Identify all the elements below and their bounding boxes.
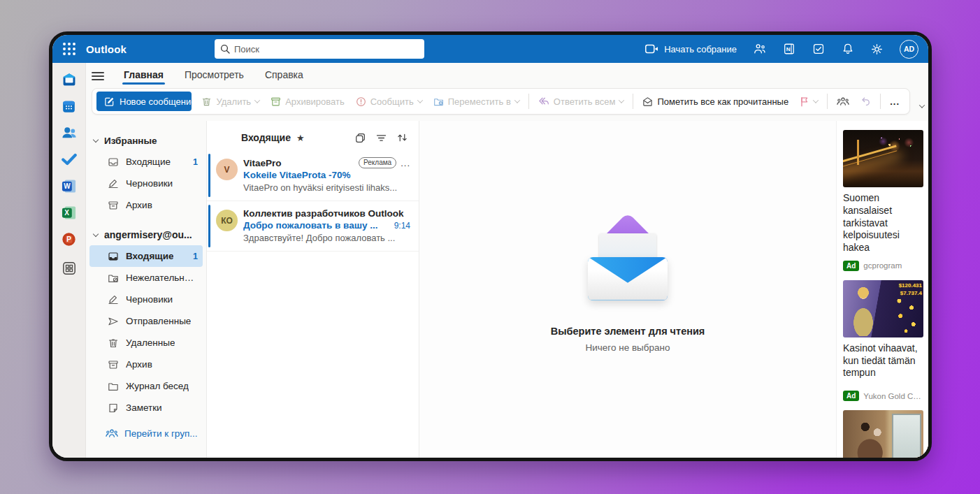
folder-label: Нежелательная... <box>126 273 198 283</box>
toolbar-overflow-button[interactable]: ... <box>884 92 905 111</box>
account-avatar[interactable]: AD <box>900 40 918 59</box>
people-app-icon[interactable] <box>62 125 77 140</box>
sender-avatar: КО <box>216 210 238 231</box>
search-input[interactable] <box>234 44 419 55</box>
message-subject: Kokeile VitaeProta -70% <box>243 170 351 180</box>
favorites-inbox[interactable]: Входящие 1 <box>86 151 206 173</box>
new-message-button[interactable]: Новое сообщение <box>96 92 192 111</box>
powerpoint-app-icon[interactable]: P <box>62 231 77 247</box>
ad-advertiser: gcprogram <box>863 261 902 270</box>
reply-all-button[interactable]: Ответить всем <box>533 92 630 111</box>
report-button[interactable]: Сообщить <box>350 92 428 111</box>
mail-app-icon[interactable] <box>62 72 77 87</box>
ribbon-toolbar: Новое сообщение Удалить <box>92 88 910 115</box>
go-to-groups-link[interactable]: Перейти к груп... <box>86 419 206 439</box>
favorites-archive[interactable]: Архив <box>86 194 206 216</box>
calendar-app-icon[interactable] <box>62 99 77 114</box>
archive-label: Архивировать <box>285 96 345 107</box>
drafts-icon <box>108 294 119 305</box>
ad-title[interactable]: Kasinot vihaavat, kun tiedät tämän tempu… <box>843 342 923 379</box>
message-row-outlook-team[interactable]: КО Коллектив разработчиков Outlook Добро… <box>207 201 419 252</box>
excel-app-icon[interactable]: X <box>62 205 77 220</box>
desktop-background: Outlook Начать собрание <box>0 0 980 494</box>
ad-card-casino[interactable]: $120.431 $7.737.4 Kasinot vihaavat, kun … <box>843 280 923 401</box>
delete-label: Удалить <box>216 96 251 107</box>
message-sender: VitaePro <box>243 158 282 168</box>
unread-indicator <box>208 205 210 247</box>
delete-button[interactable]: Удалить <box>196 92 265 111</box>
tab-home[interactable]: Главная <box>122 68 165 85</box>
move-to-button[interactable]: Переместить в <box>428 92 525 111</box>
report-label: Сообщить <box>370 96 414 107</box>
word-app-icon[interactable]: W <box>62 178 77 194</box>
folder-label: Архив <box>126 200 152 210</box>
meet-now-button[interactable]: Начать собрание <box>645 44 737 55</box>
top-bar: Outlook Начать собрание <box>52 35 928 63</box>
filter-icon[interactable] <box>376 133 387 143</box>
groups-button[interactable] <box>831 92 855 111</box>
message-sender: Коллектив разработчиков Outlook <box>243 208 404 219</box>
onenote-icon[interactable]: N <box>782 43 795 56</box>
ad-advertiser: Yukon Gold Casino <box>863 392 923 400</box>
archive-folder-icon <box>108 359 119 370</box>
account-junk[interactable]: Нежелательная... <box>86 267 206 289</box>
notifications-bell-icon[interactable] <box>841 43 854 56</box>
mail-read-icon <box>642 96 653 107</box>
waffle-icon <box>63 43 75 55</box>
todo-app-icon[interactable] <box>62 152 77 167</box>
folder-pane-toggle[interactable] <box>92 72 104 80</box>
settings-gear-icon[interactable] <box>870 43 884 56</box>
teams-icon[interactable] <box>753 43 766 56</box>
tab-help[interactable]: Справка <box>264 68 305 85</box>
avatar-initials: AD <box>904 45 914 53</box>
account-sent[interactable]: Отправленные <box>86 310 206 332</box>
ribbon-collapse-chevron[interactable] <box>920 99 924 111</box>
account-inbox-selected[interactable]: Входящие 1 <box>89 245 203 267</box>
junk-folder-icon <box>108 273 119 284</box>
todo-icon[interactable] <box>812 43 825 56</box>
message-row-vitaepro[interactable]: V VitaePro Реклама ... Kokeile VitaeProt… <box>207 150 419 201</box>
empty-state-title: Выберите элемент для чтения <box>551 326 705 337</box>
toolbar-divider <box>633 94 633 109</box>
ad-jackpot-text: $120.431 $7.737.4 <box>899 282 922 297</box>
ad-badge-pill: Реклама <box>359 157 396 168</box>
ad-title[interactable]: Suomen kansalaiset tarkistavat kelpoisuu… <box>843 192 923 254</box>
tab-view[interactable]: Просмотреть <box>183 68 245 85</box>
folder-label: Черновики <box>126 294 173 305</box>
ad-image-casino[interactable]: $120.431 $7.737.4 <box>843 280 923 337</box>
account-conversation-history[interactable]: Журнал бесед <box>86 375 206 397</box>
archive-folder-icon <box>108 200 119 211</box>
move-to-label: Переместить в <box>448 96 511 107</box>
ad-card-gcprogram[interactable]: Suomen kansalaiset tarkistavat kelpoisuu… <box>843 130 923 271</box>
select-messages-icon[interactable] <box>355 133 366 143</box>
account-drafts[interactable]: Черновики <box>86 289 206 310</box>
sort-icon[interactable] <box>397 133 408 143</box>
video-camera-icon <box>645 44 658 54</box>
more-apps-icon[interactable] <box>62 261 77 276</box>
archive-button[interactable]: Архивировать <box>265 92 350 111</box>
account-deleted[interactable]: Удаленные <box>86 332 206 354</box>
message-more-button[interactable]: ... <box>401 158 410 168</box>
drafts-icon <box>108 178 119 189</box>
app-launcher-button[interactable] <box>52 35 86 63</box>
chevron-down-icon <box>93 231 99 236</box>
undo-button[interactable] <box>855 92 877 111</box>
account-section-header[interactable]: angermisery@ou... <box>86 224 206 245</box>
groups-icon <box>106 428 118 439</box>
folder-label: Черновики <box>126 178 173 189</box>
ad-image-bridge-fireworks[interactable] <box>843 130 923 187</box>
account-notes[interactable]: Заметки <box>86 397 206 419</box>
ad-card-loan-insurance[interactable]: Vakuuta lainasi odottamattomien tilantei… <box>843 410 923 458</box>
ad-image-people-hugging[interactable] <box>843 410 923 458</box>
empty-state-envelope-illustration <box>586 226 669 300</box>
search-box[interactable] <box>215 39 424 59</box>
favorites-drafts[interactable]: Черновики <box>86 173 206 194</box>
compose-icon <box>104 96 115 107</box>
account-archive[interactable]: Архив <box>86 354 206 375</box>
mark-all-read-button[interactable]: Пометить все как прочитанные <box>637 92 794 111</box>
favorites-section-header[interactable]: Избранные <box>86 131 206 151</box>
flag-button[interactable] <box>794 92 823 111</box>
mark-all-read-label: Пометить все как прочитанные <box>657 96 788 107</box>
reply-all-icon <box>538 96 549 106</box>
favorite-star-icon[interactable]: ★ <box>296 133 305 143</box>
